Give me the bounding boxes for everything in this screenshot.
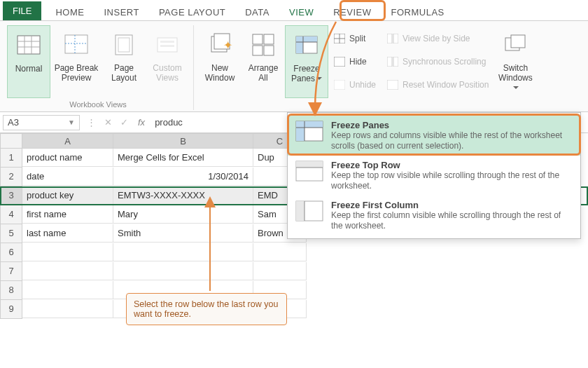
- arrange-all-icon: [251, 32, 276, 57]
- accept-formula-icon[interactable]: ✓: [116, 117, 132, 128]
- svg-rect-29: [334, 80, 345, 90]
- annotation-callout: Select the row below the last row you wa…: [126, 293, 287, 325]
- row-header[interactable]: 2: [0, 168, 22, 186]
- chevron-down-icon: [316, 77, 322, 83]
- svg-rect-0: [18, 36, 40, 54]
- page-break-preview-button[interactable]: Page Break Preview: [50, 25, 102, 98]
- tab-page-layout[interactable]: PAGE LAYOUT: [149, 3, 235, 20]
- chevron-down-icon[interactable]: ▼: [68, 118, 75, 126]
- cell[interactable]: date: [22, 168, 113, 186]
- cancel-formula-icon[interactable]: ✕: [100, 117, 116, 128]
- freeze-first-column-option[interactable]: Freeze First ColumnKeep the first column…: [288, 196, 580, 236]
- fx-label[interactable]: fx: [132, 117, 150, 128]
- cell[interactable]: product key: [22, 186, 113, 205]
- hide-button[interactable]: Hide: [331, 55, 379, 69]
- column-header-a[interactable]: A: [22, 133, 113, 149]
- cell[interactable]: EMTW3-XXXX-XXXX: [113, 186, 253, 205]
- cell[interactable]: [22, 281, 113, 299]
- tab-view[interactable]: VIEW: [279, 3, 323, 20]
- row-header[interactable]: 4: [0, 205, 22, 224]
- synchronous-scrolling-button[interactable]: Synchronous Scrolling: [384, 55, 491, 69]
- switch-windows-button[interactable]: Switch Windows: [494, 25, 536, 98]
- dropdown-title: Freeze Top Row: [331, 160, 573, 170]
- row-header[interactable]: 8: [0, 281, 22, 300]
- tab-file[interactable]: FILE: [3, 1, 41, 20]
- cell[interactable]: [22, 262, 113, 280]
- tab-review[interactable]: REVIEW: [323, 3, 381, 20]
- page-layout-label: Page Layout: [104, 63, 144, 84]
- svg-rect-33: [393, 57, 398, 67]
- page-layout-button[interactable]: Page Layout: [102, 25, 146, 98]
- view-side-by-side-button[interactable]: View Side by Side: [384, 32, 491, 46]
- svg-rect-16: [253, 34, 262, 44]
- row-header[interactable]: 6: [0, 243, 22, 262]
- svg-rect-28: [334, 57, 345, 67]
- tab-home[interactable]: HOME: [46, 3, 94, 20]
- column-header-b[interactable]: B: [113, 133, 253, 149]
- name-box[interactable]: A3 ▼: [3, 115, 80, 130]
- cell[interactable]: [22, 243, 113, 261]
- cell[interactable]: Mary: [113, 205, 253, 224]
- cell[interactable]: product name: [22, 149, 113, 167]
- cell[interactable]: [253, 262, 307, 280]
- freeze-top-row-icon: [295, 160, 324, 182]
- row-header[interactable]: 1: [0, 149, 22, 168]
- window-small-buttons-1: Split Hide Unhide: [328, 25, 382, 98]
- freeze-panes-button[interactable]: Freeze Panes: [285, 25, 328, 98]
- ribbon: Normal Page Break Preview Page Layout Cu…: [0, 21, 588, 112]
- cell[interactable]: Smith: [113, 224, 253, 243]
- side-by-side-icon: [387, 34, 398, 43]
- cell[interactable]: last name: [22, 224, 113, 243]
- row-header[interactable]: 5: [0, 224, 22, 243]
- normal-view-label: Normal: [15, 64, 43, 85]
- reset-window-position-button[interactable]: Reset Window Position: [384, 78, 491, 92]
- arrange-all-button[interactable]: Arrange All: [241, 25, 285, 98]
- tab-data[interactable]: DATA: [235, 3, 279, 20]
- cell[interactable]: [113, 243, 253, 261]
- ribbon-group-window: ✦ New Window Arrange All Freeze Panes Sp…: [194, 25, 540, 110]
- cell[interactable]: Merge Cells for Excel: [113, 149, 253, 167]
- row-header[interactable]: 9: [0, 300, 22, 319]
- new-window-button[interactable]: ✦ New Window: [198, 25, 241, 98]
- tab-insert[interactable]: INSERT: [94, 3, 148, 20]
- tab-formulas[interactable]: FORMULAS: [382, 3, 454, 20]
- freeze-panes-icon: [294, 33, 319, 58]
- cell[interactable]: 1/30/2014: [113, 168, 253, 186]
- row-header[interactable]: 7: [0, 262, 22, 281]
- cell-reference: A3: [8, 117, 19, 128]
- freeze-panes-option[interactable]: Freeze PanesKeep rows and columns visibl…: [288, 116, 580, 156]
- ribbon-group-workbook-views: Normal Page Break Preview Page Layout Cu…: [3, 25, 194, 110]
- formula-separator: ⋮: [83, 117, 100, 128]
- unhide-button[interactable]: Unhide: [331, 78, 379, 92]
- workbook-views-group-label: Workbook Views: [69, 100, 127, 110]
- table-row: 9: [0, 300, 588, 319]
- table-row: 8: [0, 281, 588, 300]
- cell[interactable]: first name: [22, 205, 113, 224]
- split-button[interactable]: Split: [331, 32, 379, 46]
- normal-view-button[interactable]: Normal: [7, 25, 50, 98]
- switch-windows-label: Switch Windows: [496, 63, 535, 93]
- svg-rect-46: [296, 201, 304, 221]
- new-window-label: New Window: [200, 63, 240, 84]
- custom-views-icon: [155, 32, 180, 57]
- freeze-panes-icon: [295, 120, 324, 142]
- cell[interactable]: [22, 300, 113, 318]
- svg-text:✦: ✦: [223, 39, 232, 51]
- select-all-corner[interactable]: [0, 133, 22, 149]
- split-icon: [334, 34, 345, 43]
- window-small-buttons-2: View Side by Side Synchronous Scrolling …: [382, 25, 494, 98]
- cell[interactable]: [253, 243, 307, 261]
- page-break-icon: [64, 32, 89, 57]
- custom-views-button[interactable]: Custom Views: [146, 25, 189, 98]
- svg-rect-22: [296, 36, 317, 42]
- custom-views-label: Custom Views: [147, 63, 188, 84]
- freeze-top-row-option[interactable]: Freeze Top RowKeep the top row visible w…: [288, 156, 580, 196]
- page-break-label: Page Break Preview: [52, 63, 101, 84]
- new-window-icon: ✦: [207, 32, 232, 57]
- dropdown-desc: Keep rows and columns visible while the …: [331, 130, 573, 151]
- chevron-down-icon: [513, 86, 519, 92]
- svg-rect-34: [387, 80, 398, 90]
- cell[interactable]: [113, 262, 253, 280]
- dropdown-title: Freeze First Column: [331, 200, 573, 210]
- row-header[interactable]: 3: [0, 186, 22, 205]
